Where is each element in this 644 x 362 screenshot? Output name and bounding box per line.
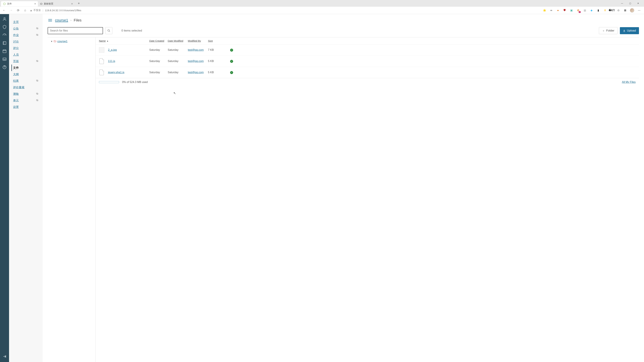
search-button[interactable] — [105, 27, 112, 34]
ext-dark-icon[interactable]: ▮ — [596, 8, 600, 12]
image-thumbnail-icon — [99, 47, 104, 53]
course-nav-item[interactable]: 公告 — [13, 25, 19, 32]
col-name[interactable]: Name — [99, 39, 106, 42]
svg-point-1 — [4, 17, 5, 19]
published-icon[interactable]: ✓ — [230, 49, 233, 52]
global-nav — [0, 14, 9, 362]
dashboard-icon[interactable] — [2, 32, 7, 37]
file-modified-by-link[interactable]: test@qq.com — [188, 60, 204, 62]
file-name-link[interactable]: 2_a.jpg — [108, 48, 117, 51]
ext-blue-icon[interactable]: ◆ — [590, 8, 593, 12]
hamburger-icon[interactable] — [48, 18, 53, 22]
extensions-icon[interactable]: �КП — [610, 8, 614, 12]
back-button[interactable]: ← — [2, 8, 6, 13]
profile-avatar[interactable] — [630, 8, 634, 12]
more-icon[interactable]: ⋯ — [637, 8, 641, 12]
file-size: 5 KB — [208, 60, 225, 63]
file-row[interactable]: 2_a.jpgSaturdaySaturdaytest@qq.com7 KB✓ — [96, 44, 639, 56]
forward-button[interactable]: → — [9, 8, 14, 13]
close-window-button[interactable]: ✕ — [634, 1, 642, 6]
file-created: Saturday — [149, 71, 168, 74]
file-created: Saturday — [149, 48, 168, 51]
minimize-button[interactable]: — — [618, 1, 626, 6]
file-row[interactable]: 111.jsSaturdaySaturdaytest@qq.com5 KB✓ — [96, 56, 639, 67]
extension-icons: ⭐ ∞ ● ⛊ ▣ ✿ 1 ▦ ◆ ▮ ⬇ �КП ✩ ⊞ ⋯ — [543, 8, 642, 12]
file-size: 5 KB — [208, 71, 225, 74]
course-nav-item[interactable]: 评价量规 — [13, 84, 24, 91]
home-button[interactable]: ⌂ — [23, 8, 28, 13]
file-row[interactable]: jquery.sha1.jsSaturdaySaturdaytest@qq.co… — [96, 67, 639, 78]
course-nav-item[interactable]: 测验 — [13, 91, 19, 97]
breadcrumb-course[interactable]: course1 — [55, 18, 68, 22]
reload-button[interactable]: ⟳ — [16, 8, 20, 13]
browser-tab[interactable]: 新标签页 × — [38, 1, 75, 6]
file-icon — [99, 58, 104, 64]
admin-icon[interactable] — [2, 24, 7, 29]
warning-icon: ▲ — [30, 9, 32, 12]
col-by[interactable]: Modified By — [188, 39, 201, 42]
course-nav-item[interactable]: 单元 — [13, 97, 19, 104]
new-folder-button[interactable]: ＋ Folder — [599, 27, 618, 34]
shield-icon[interactable]: ⛊ — [563, 8, 566, 12]
inbox-icon[interactable] — [2, 57, 7, 62]
insecure-warning: ▲ 不安全 — [30, 9, 41, 12]
published-icon[interactable]: ✓ — [230, 60, 233, 63]
courses-icon[interactable] — [2, 40, 7, 45]
ext-teal-icon[interactable]: ▣ — [570, 8, 573, 12]
tab-favicon-icon — [40, 2, 42, 5]
course-nav-item[interactable]: 主页 — [13, 19, 19, 25]
file-modified-by-link[interactable]: test@qq.com — [188, 48, 204, 51]
collections-icon[interactable]: ⊞ — [623, 8, 627, 12]
window-controls: — ▢ ✕ — [618, 1, 643, 6]
account-icon[interactable] — [2, 16, 7, 21]
upload-button[interactable]: Upload — [620, 27, 639, 34]
tree-root[interactable]: ▼ course1 — [51, 40, 92, 43]
browser-toolbar: ← → ⟳ ⌂ ▲ 不安全 | 119.8.24.32:3000/courses… — [0, 7, 644, 14]
col-modified[interactable]: Date Modified — [168, 39, 183, 42]
new-tab-button[interactable]: + — [76, 1, 81, 6]
help-icon[interactable] — [2, 65, 7, 70]
col-size[interactable]: Size — [208, 39, 213, 42]
course-nav-item[interactable]: 设置 — [13, 104, 19, 110]
col-created[interactable]: Date Created — [149, 39, 164, 42]
course-nav: 主页公告作业讨论评分人员页面文件大纲结果评价量规测验单元设置 — [9, 14, 42, 362]
calendar-icon[interactable] — [2, 49, 7, 54]
tab-close-icon[interactable]: × — [34, 2, 36, 5]
maximize-button[interactable]: ▢ — [626, 1, 634, 6]
course-nav-item[interactable]: 文件 — [12, 64, 19, 71]
ext-gray-icon[interactable]: ▦ — [583, 8, 587, 12]
course-nav-item[interactable]: 结果 — [13, 78, 19, 84]
plus-icon: ＋ — [602, 29, 605, 33]
folder-tree: ▼ course1 — [48, 37, 96, 362]
file-modified: Saturday — [168, 48, 188, 51]
hidden-icon — [36, 27, 38, 30]
all-my-files-link[interactable]: All My Files — [622, 81, 636, 84]
published-icon[interactable]: ✓ — [230, 71, 233, 74]
download-icon[interactable]: ⬇ — [603, 8, 607, 12]
file-name-link[interactable]: 111.js — [108, 60, 115, 63]
course-nav-item[interactable]: 讨论 — [13, 38, 19, 45]
ext-badge-icon[interactable]: ✿ 1 — [576, 8, 580, 12]
favorites-icon[interactable]: ✩ — [616, 8, 620, 12]
favorite-icon[interactable]: ⭐ — [543, 8, 546, 12]
folder-icon — [54, 40, 56, 43]
course-nav-item[interactable]: 人员 — [13, 51, 19, 58]
course-nav-item[interactable]: 大纲 — [13, 71, 19, 78]
file-modified-by-link[interactable]: test@qq.com — [188, 71, 204, 74]
infinity-icon[interactable]: ∞ — [550, 8, 553, 12]
address-bar[interactable]: ▲ 不安全 | 119.8.24.32:3000/courses/1/files — [30, 9, 540, 12]
file-name-link[interactable]: jquery.sha1.js — [108, 71, 124, 74]
course-nav-item[interactable]: 作业 — [13, 32, 19, 38]
course-nav-item[interactable]: 页面 — [13, 58, 19, 64]
caret-down-icon: ▼ — [51, 40, 53, 42]
tab-close-icon[interactable]: × — [71, 2, 73, 5]
selection-status: 0 items selected — [122, 29, 142, 32]
ext-orange-icon[interactable]: ● — [556, 8, 560, 12]
search-input[interactable] — [48, 27, 103, 34]
expand-nav-icon[interactable] — [2, 354, 7, 359]
svg-point-0 — [3, 3, 5, 5]
breadcrumb-current: Files — [74, 18, 82, 22]
tree-root-label[interactable]: course1 — [57, 40, 68, 43]
course-nav-item[interactable]: 评分 — [13, 45, 19, 51]
browser-tab-active[interactable]: 文件 × — [1, 1, 38, 6]
